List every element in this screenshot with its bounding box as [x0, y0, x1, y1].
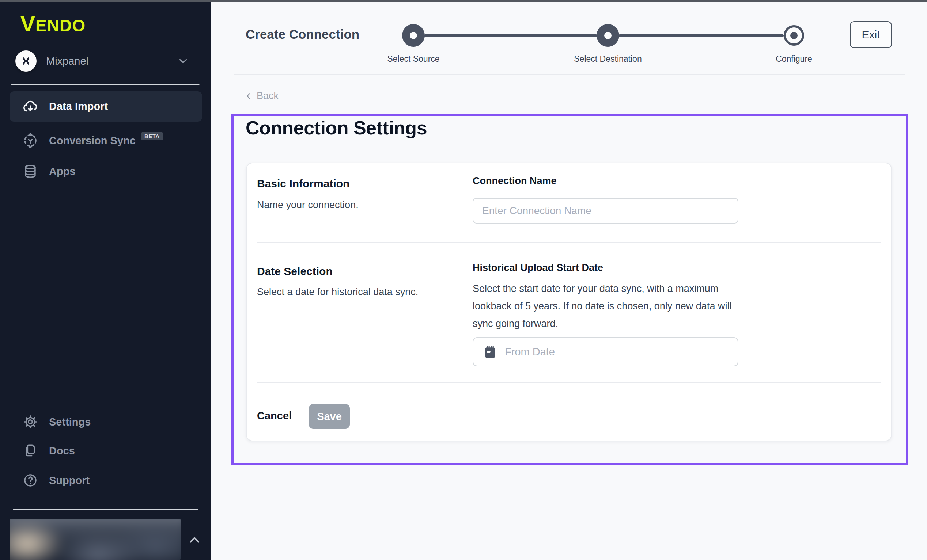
- basic-information-heading: Basic Information: [257, 178, 350, 190]
- workspace-avatar: [15, 50, 36, 71]
- sync-distribute-icon: [22, 133, 39, 149]
- chevron-left-icon: [244, 92, 253, 100]
- docs-icon: [22, 443, 39, 458]
- date-selection-heading: Date Selection: [257, 265, 333, 278]
- beta-badge: BETA: [141, 132, 163, 140]
- sidebar: VENDO Mixpanel: [0, 0, 211, 560]
- connection-name-label: Connection Name: [473, 175, 557, 187]
- back-link[interactable]: Back: [244, 90, 278, 102]
- sidebar-item-settings[interactable]: Settings: [9, 409, 202, 435]
- back-label: Back: [257, 90, 278, 102]
- page-title: Create Connection: [246, 27, 359, 42]
- window-top-strip: [0, 0, 927, 2]
- basic-information-subheading: Name your connection.: [257, 199, 359, 211]
- chevron-down-icon: [177, 55, 189, 67]
- workspace-selector[interactable]: Mixpanel: [15, 49, 195, 73]
- header-divider: [234, 74, 905, 75]
- sidebar-item-label: Data Import: [49, 100, 108, 112]
- sidebar-divider: [13, 509, 198, 510]
- user-profile-blurred: [9, 519, 181, 560]
- historical-upload-description: Select the start date for your data sync…: [473, 280, 732, 332]
- stepper-connector: [619, 34, 784, 37]
- sidebar-item-docs[interactable]: Docs: [9, 438, 202, 464]
- step-label: Configure: [776, 54, 812, 64]
- sidebar-item-label: Docs: [49, 445, 75, 457]
- exit-button[interactable]: Exit: [850, 21, 892, 48]
- chevron-up-icon[interactable]: [185, 530, 204, 549]
- sidebar-item-data-import[interactable]: Data Import: [9, 91, 202, 121]
- card-divider: [257, 382, 881, 383]
- stepper-connector: [424, 34, 597, 37]
- sidebar-item-label: Conversion Sync: [49, 135, 135, 147]
- panel-title: Connection Settings: [246, 117, 427, 139]
- from-date-input[interactable]: [505, 338, 738, 366]
- step-dot-configure[interactable]: [784, 25, 804, 46]
- cloud-download-icon: [22, 98, 39, 115]
- database-icon: [22, 164, 39, 179]
- vendo-logo: VENDO: [20, 12, 85, 37]
- cancel-button[interactable]: Cancel: [257, 410, 292, 422]
- app-root: VENDO Mixpanel: [0, 0, 927, 560]
- sidebar-divider: [11, 84, 199, 85]
- date-selection-subheading: Select a date for historical data sync.: [257, 286, 418, 298]
- user-profile-menu[interactable]: [9, 519, 181, 560]
- step-label: Select Source: [387, 54, 439, 64]
- step-label: Select Destination: [574, 54, 641, 64]
- sidebar-item-conversion-sync[interactable]: Conversion Sync BETA: [9, 127, 202, 154]
- sidebar-item-support[interactable]: Support: [9, 467, 202, 493]
- sidebar-item-apps[interactable]: Apps: [9, 158, 202, 185]
- historical-upload-start-date-label: Historical Upload Start Date: [473, 262, 603, 274]
- mixpanel-logo-icon: [20, 55, 32, 67]
- step-dot-select-source[interactable]: [402, 24, 425, 47]
- from-date-field[interactable]: [473, 337, 739, 366]
- sidebar-item-label: Support: [49, 475, 90, 487]
- step-dot-select-destination[interactable]: [597, 24, 619, 47]
- help-icon: [22, 473, 39, 488]
- connection-name-input[interactable]: [473, 198, 739, 223]
- save-button[interactable]: Save: [309, 404, 350, 429]
- calendar-icon: [483, 344, 497, 359]
- sidebar-item-label: Settings: [49, 416, 91, 428]
- workspace-name: Mixpanel: [46, 55, 88, 67]
- card-divider: [257, 242, 881, 243]
- sidebar-item-label: Apps: [49, 165, 76, 178]
- gear-icon: [22, 414, 39, 429]
